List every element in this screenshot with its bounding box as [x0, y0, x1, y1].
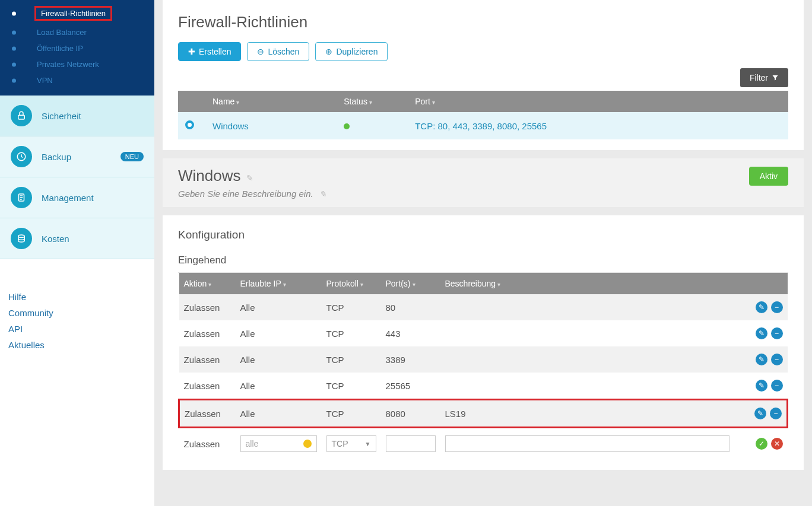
action-buttons: ✚ Erstellen ⊖ Löschen ⊕ Duplizieren	[178, 42, 788, 61]
clipboard-icon	[11, 187, 32, 208]
link-hilfe[interactable]: Hilfe	[8, 289, 146, 305]
col-port[interactable]: Port▾	[408, 91, 788, 112]
svg-point-3	[18, 235, 25, 238]
config-sub: Eingehend	[178, 254, 788, 273]
chevron-down-icon: ▼	[365, 441, 371, 447]
rule-desc	[440, 294, 734, 320]
rule-ports: 8080	[381, 400, 440, 428]
sidebar-item-label: Privates Netzwerk	[37, 60, 99, 69]
policy-name: Windows	[205, 112, 337, 139]
col-status[interactable]: Status▾	[337, 91, 408, 112]
minus-icon: ⊖	[257, 47, 264, 56]
rule-action: Zulassen	[179, 346, 236, 373]
duplicate-icon: ⊕	[325, 47, 332, 56]
active-button[interactable]: Aktiv	[749, 167, 788, 186]
rule-allowed: Alle	[236, 400, 322, 428]
sidebar-item-security[interactable]: Sicherheit	[0, 96, 154, 136]
policy-ports: TCP: 80, 443, 3389, 8080, 25565	[408, 112, 788, 139]
detail-desc: Geben Sie eine Beschreibung ein.	[178, 189, 313, 199]
sidebar-item-management[interactable]: Management	[0, 177, 154, 218]
sidebar-item-publicip[interactable]: Öffentliche IP	[0, 40, 154, 56]
remove-rule-icon[interactable]: −	[771, 354, 783, 365]
history-icon	[11, 146, 32, 167]
col-desc[interactable]: Beschreibung▾	[440, 273, 734, 294]
radio-selected[interactable]	[185, 120, 194, 129]
remove-rule-icon[interactable]: −	[771, 327, 783, 339]
rule-allowed: Alle	[236, 373, 322, 400]
edit-rule-icon[interactable]: ✎	[754, 408, 766, 419]
rule-allowed: Alle	[236, 346, 322, 373]
svg-rect-0	[18, 115, 25, 119]
sidebar-item-loadbalancer[interactable]: Load Balancer	[0, 24, 154, 40]
filter-icon	[772, 74, 779, 81]
delete-button[interactable]: ⊖ Löschen	[247, 42, 309, 61]
detail-panel: Windows ✎ Geben Sie eine Beschreibung ei…	[163, 158, 804, 207]
sidebar-item-vpn[interactable]: VPN	[0, 72, 154, 88]
create-label: Erstellen	[199, 47, 231, 56]
protocol-select[interactable]: TCP▼	[326, 435, 376, 452]
rule-row: ZulassenAlleTCP443✎−	[179, 320, 788, 346]
rule-ports: 443	[381, 320, 440, 346]
cancel-rule-icon[interactable]: ✕	[771, 438, 783, 450]
duplicate-label: Duplizieren	[336, 47, 378, 56]
coins-icon	[11, 228, 32, 249]
edit-rule-icon[interactable]: ✎	[756, 301, 767, 313]
plus-icon: ✚	[188, 47, 195, 56]
edit-rule-icon[interactable]: ✎	[756, 380, 767, 392]
edit-rule-icon[interactable]: ✎	[756, 327, 767, 339]
rule-proto: TCP	[322, 346, 381, 373]
col-action[interactable]: Aktion▾	[179, 273, 236, 294]
col-allowed[interactable]: Erlaubte IP▾	[236, 273, 322, 294]
policies-table: Name▾ Status▾ Port▾ Windows TCP: 80, 443…	[178, 91, 788, 139]
rule-allowed: Alle	[236, 320, 322, 346]
col-ports[interactable]: Port(s)▾	[381, 273, 440, 294]
lock-icon	[11, 105, 32, 126]
sidebar-footer-links: Hilfe Community API Aktuelles	[0, 289, 154, 353]
rule-ports: 25565	[381, 373, 440, 400]
sidebar-item-label: VPN	[37, 76, 53, 85]
edit-rule-icon[interactable]: ✎	[756, 354, 767, 365]
link-community[interactable]: Community	[8, 305, 146, 321]
ports-input[interactable]	[386, 435, 436, 452]
rule-action: Zulassen	[179, 400, 236, 428]
config-title: Konfiguration	[178, 228, 788, 241]
remove-rule-icon[interactable]: −	[771, 380, 783, 392]
remove-rule-icon[interactable]: −	[770, 408, 782, 419]
rule-desc: LS19	[440, 400, 734, 428]
sidebar-item-label: Backup	[42, 152, 71, 162]
sidebar-item-costs[interactable]: Kosten	[0, 218, 154, 259]
neu-badge: NEU	[120, 152, 144, 161]
policy-row[interactable]: Windows TCP: 80, 443, 3389, 8080, 25565	[178, 112, 788, 139]
description-input[interactable]	[445, 435, 729, 452]
col-name[interactable]: Name▾	[205, 91, 337, 112]
edit-title-icon[interactable]: ✎	[246, 173, 253, 183]
sidebar-network-group: Firewall-Richtlinien Load Balancer Öffen…	[0, 0, 154, 96]
sidebar-item-firewall[interactable]: Firewall-Richtlinien	[0, 2, 154, 24]
sidebar-item-backup[interactable]: Backup NEU	[0, 136, 154, 177]
new-rule-row: ZulassenalleTCP▼✓✕	[179, 428, 788, 460]
edit-desc-icon[interactable]: ✎	[319, 189, 326, 199]
confirm-rule-icon[interactable]: ✓	[756, 438, 767, 450]
sidebar-item-label: Load Balancer	[37, 28, 87, 37]
rule-proto: TCP	[322, 373, 381, 400]
status-indicator	[344, 123, 350, 129]
page-title: Firewall-Richtlinien	[178, 13, 788, 31]
newrule-action: Zulassen	[179, 428, 236, 460]
rule-allowed: Alle	[236, 294, 322, 320]
sidebar-item-label: Sicherheit	[42, 111, 81, 121]
col-proto[interactable]: Protokoll▾	[322, 273, 381, 294]
delete-label: Löschen	[268, 47, 299, 56]
sidebar-item-label: Kosten	[42, 234, 69, 244]
link-aktuelles[interactable]: Aktuelles	[8, 337, 146, 353]
rule-action: Zulassen	[179, 320, 236, 346]
allowed-ip-input[interactable]: alle	[240, 435, 317, 452]
rule-action: Zulassen	[179, 373, 236, 400]
duplicate-button[interactable]: ⊕ Duplizieren	[315, 42, 388, 61]
sidebar-item-label: Management	[42, 193, 94, 203]
remove-rule-icon[interactable]: −	[771, 301, 783, 313]
filter-button[interactable]: Filter	[740, 68, 788, 87]
create-button[interactable]: ✚ Erstellen	[178, 42, 241, 61]
sidebar-item-privatenet[interactable]: Privates Netzwerk	[0, 56, 154, 72]
warning-icon	[303, 440, 312, 448]
link-api[interactable]: API	[8, 321, 146, 337]
